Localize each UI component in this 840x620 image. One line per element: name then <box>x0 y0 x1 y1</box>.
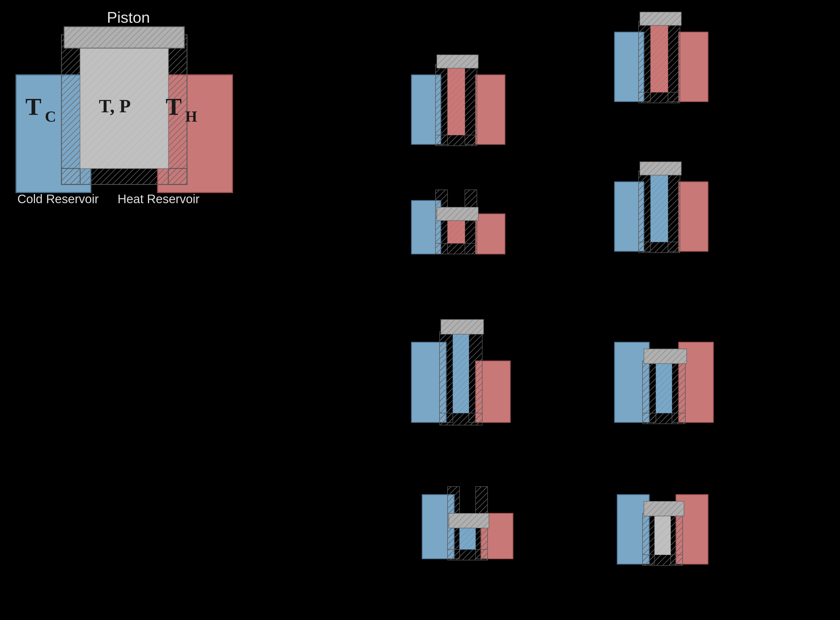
sd8-cyl-bottom <box>642 555 682 566</box>
cylinder-bottom-wall <box>62 169 187 185</box>
sd5-cyl-right <box>469 331 482 423</box>
th-subscript: H <box>185 108 197 125</box>
sd2-gas-hatch <box>651 21 668 92</box>
sd1-gas-hatch <box>447 64 465 135</box>
sd2-cyl-left <box>639 21 651 102</box>
sd4-piston-hatch <box>640 162 681 175</box>
th-label: T <box>166 93 182 120</box>
sd6-piston-hatch <box>644 349 687 364</box>
sd3-piston-hatch <box>437 207 478 221</box>
sd5-piston-hatch <box>441 319 484 334</box>
sd6-cyl-bottom <box>642 413 685 424</box>
sd2-hot <box>679 32 708 102</box>
sd4-hot <box>679 182 708 251</box>
sd4-cyl-left <box>639 171 651 251</box>
sd4-gas-hatch <box>651 171 668 242</box>
sd6-gas-hatch <box>656 361 672 413</box>
sd1-cyl-right <box>465 64 477 144</box>
tp-label: T, P <box>99 96 130 116</box>
sd1-cyl-left <box>435 64 447 144</box>
sd1-hot <box>476 75 505 144</box>
sd3-cyl-bottom <box>435 243 477 254</box>
cold-reservoir-label: Cold Reservoir <box>17 192 99 206</box>
sd3-gas-hatch <box>447 219 465 243</box>
sd3-hot <box>476 214 505 254</box>
sd7-piston-hatch <box>449 513 489 528</box>
piston-label: Piston <box>107 9 150 26</box>
sd8-gas-hatch <box>655 513 670 555</box>
sd5-gas-hatch <box>453 331 469 413</box>
sd1-cyl-bottom <box>435 135 477 146</box>
sd7-cyl-bottom <box>447 549 488 560</box>
heat-reservoir-label: Heat Reservoir <box>117 192 200 206</box>
sd8-piston-hatch <box>644 501 684 516</box>
sd2-cyl-bottom <box>639 92 680 103</box>
cylinder-left-wall <box>62 35 80 185</box>
tc-subscript: C <box>45 108 56 125</box>
sd5-cyl-bottom <box>440 413 482 425</box>
sd2-piston-hatch <box>640 12 681 26</box>
sd4-cyl-bottom <box>639 242 680 253</box>
sd5-cyl-left <box>440 331 453 423</box>
sd4-cyl-right <box>668 171 680 251</box>
piston-cap-hatch <box>64 27 184 48</box>
tc-label: T <box>26 93 41 120</box>
sd1-piston-hatch <box>437 55 478 68</box>
sd7-gas-hatch <box>459 527 476 549</box>
sd2-cyl-right <box>668 21 680 102</box>
